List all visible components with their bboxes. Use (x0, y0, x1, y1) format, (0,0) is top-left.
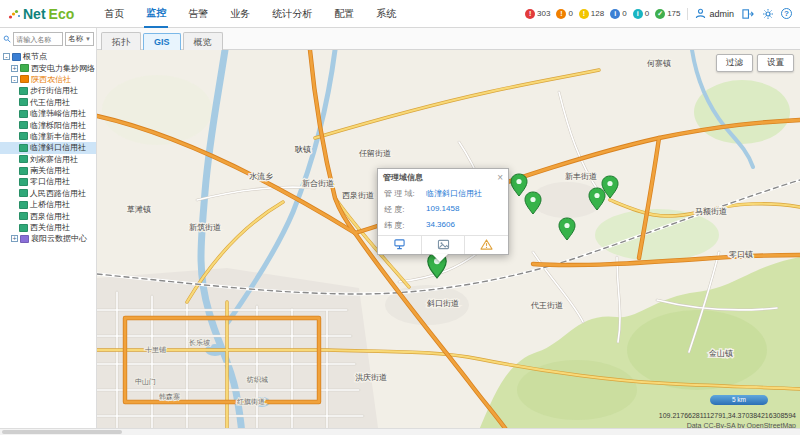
nav-item-home[interactable]: 首页 (102, 0, 126, 28)
collapse-icon[interactable]: - (11, 76, 18, 83)
alarm-badge-minor[interactable]: !128 (579, 9, 604, 19)
map-label: 中山门 (135, 378, 156, 385)
logout-icon[interactable] (741, 7, 754, 20)
alarm-summary: !303!0!128i0i0✓175 (525, 9, 680, 19)
tree-node-label: 西关信用社 (30, 222, 70, 233)
device-node-icon (19, 178, 28, 186)
nav-item-statistics[interactable]: 统计分析 (270, 0, 314, 28)
tree-node[interactable]: 西泉信用社 (0, 210, 96, 221)
warning-alarm-count: 0 (622, 9, 626, 18)
popup-pointer (432, 254, 448, 262)
tree-node[interactable]: -陕西农信社 (0, 74, 96, 85)
tree-node-label: 西泉信用社 (30, 211, 70, 222)
tree-node-label: 临潼新丰信用社 (30, 131, 86, 142)
horizontal-scrollbar[interactable] (0, 428, 800, 435)
cloud-node-icon (20, 235, 29, 243)
map-settings-button[interactable]: 设置 (757, 54, 794, 72)
search-icon (3, 34, 11, 44)
major-alarm-icon: ! (556, 9, 566, 19)
collapse-icon[interactable]: - (3, 53, 10, 60)
top-bar: NetEco 首页监控告警业务统计分析配置系统 !303!0!128i0i0✓1… (0, 0, 800, 28)
longitude-value: 109.1458 (426, 204, 459, 215)
tree-node[interactable]: 临潼栎阳信用社 (0, 119, 96, 130)
map-label: 马额街道 (695, 207, 727, 216)
brand-text-net: Net (23, 6, 46, 22)
tree-node[interactable]: 临潼斜口信用社 (0, 142, 96, 153)
popup-alarm-button[interactable] (465, 236, 508, 254)
popup-row-longitude: 经 度: 109.1458 (378, 201, 508, 217)
tree-node[interactable]: 人民西路信用社 (0, 188, 96, 199)
map-label: 新丰街道 (565, 172, 597, 181)
tree-node[interactable]: 临潼新丰信用社 (0, 131, 96, 142)
longitude-label: 经 度: (384, 204, 426, 215)
map-label: 耿镇 (294, 145, 311, 154)
map-label: 斜口街道 (427, 299, 459, 308)
tree-node-label: 临潼韩峪信用社 (30, 108, 86, 119)
expand-icon[interactable]: + (11, 65, 18, 72)
tree-node[interactable]: 临潼韩峪信用社 (0, 108, 96, 119)
scrollbar-thumb[interactable] (2, 430, 122, 434)
alarm-badge-critical[interactable]: !303 (525, 9, 550, 19)
help-icon[interactable]: ? (781, 8, 792, 19)
domain-value[interactable]: 临潼斜口信用社 (426, 188, 482, 199)
alarm-badge-major[interactable]: !0 (556, 9, 572, 19)
map-label: 红旗街道 (237, 398, 265, 406)
device-tree: -根节点+西安电力集抄网络-陕西农信社步行街信用社代王信用社临潼韩峪信用社临潼栎… (0, 49, 96, 245)
minor-alarm-icon: ! (579, 9, 589, 19)
tree-node[interactable]: +西安电力集抄网络 (0, 62, 96, 73)
tree-node-label: 西安电力集抄网络 (31, 63, 95, 74)
popup-snapshot-button[interactable] (422, 236, 466, 254)
gis-map: 何寨镇耿镇任留街道水流乡新合街道西泉街道新丰街道马额街道零口镇新筑街道草滩镇斜口… (97, 50, 800, 435)
tree-node-label: 代王信用社 (30, 97, 70, 108)
nav-item-monitor[interactable]: 监控 (144, 0, 168, 28)
expand-icon[interactable]: + (11, 235, 18, 242)
map-label: 新合街道 (302, 179, 334, 188)
alarm-badge-info[interactable]: i0 (633, 9, 649, 19)
tree-node-label: 步行街信用社 (30, 85, 78, 96)
alarm-badge-warning[interactable]: i0 (610, 9, 626, 19)
device-node-icon (19, 121, 28, 129)
info-alarm-icon: i (633, 9, 643, 19)
sidebar: 名称 ▼ -根节点+西安电力集抄网络-陕西农信社步行街信用社代王信用社临潼韩峪信… (0, 28, 97, 435)
map-label: 韩森寨 (159, 392, 180, 401)
current-user[interactable]: admin (695, 8, 734, 19)
sidebar-controls: 名称 ▼ (0, 28, 96, 49)
latitude-value: 34.3606 (426, 220, 455, 231)
tab-gis[interactable]: GIS (143, 33, 181, 51)
map-label: 何寨镇 (647, 59, 671, 68)
tree-node[interactable]: 代王信用社 (0, 97, 96, 108)
view-tabs: 拓扑GIS概览 (97, 28, 800, 50)
map-label: 长乐坡 (189, 339, 210, 346)
tree-node[interactable]: 步行街信用社 (0, 85, 96, 96)
alarm-badge-normal[interactable]: ✓175 (655, 9, 680, 19)
device-node-icon (19, 201, 28, 209)
tree-node[interactable]: -根节点 (0, 51, 96, 62)
tree-node[interactable]: 零口信用社 (0, 176, 96, 187)
tree-node[interactable]: 刘家寨信用社 (0, 154, 96, 165)
name-filter-select[interactable]: 名称 ▼ (65, 32, 94, 46)
tree-node-label: 临潼斜口信用社 (30, 142, 86, 153)
nav-item-service[interactable]: 业务 (228, 0, 252, 28)
search-input[interactable] (13, 32, 63, 46)
close-icon[interactable]: × (497, 174, 503, 182)
top-right-cluster: !303!0!128i0i0✓175 admin ? (525, 7, 792, 20)
divider (687, 8, 688, 20)
nav-item-system[interactable]: 系统 (374, 0, 398, 28)
nav-item-config[interactable]: 配置 (332, 0, 356, 28)
filter-button[interactable]: 过滤 (716, 54, 753, 72)
normal-alarm-icon: ✓ (655, 9, 665, 19)
settings-icon[interactable] (761, 7, 774, 20)
nav-item-alarm[interactable]: 告警 (186, 0, 210, 28)
tree-node[interactable]: 西关信用社 (0, 222, 96, 233)
tree-node-label: 零口信用社 (30, 176, 70, 187)
map-label: 草滩镇 (127, 205, 151, 214)
map-label: 任留街道 (358, 149, 391, 158)
tree-node[interactable]: 南关信用社 (0, 165, 96, 176)
map-label: 十里铺 (145, 346, 166, 354)
map-label: 金山镇 (708, 349, 733, 358)
popup-device-button[interactable] (378, 236, 422, 254)
map-label: 洪庆街道 (355, 373, 387, 382)
chevron-down-icon: ▼ (85, 36, 91, 42)
tree-node[interactable]: +襄阳云数据中心 (0, 233, 96, 244)
tree-node[interactable]: 上桥信用社 (0, 199, 96, 210)
